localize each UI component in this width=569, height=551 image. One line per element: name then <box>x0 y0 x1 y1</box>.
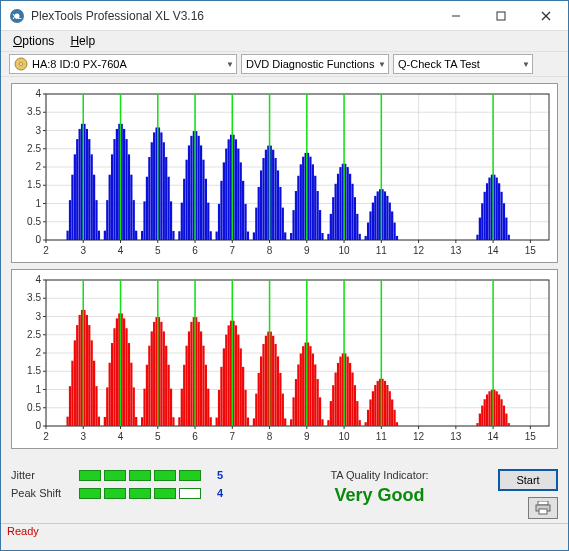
function-combo[interactable]: DVD Diagnostic Functions ▼ <box>241 54 389 74</box>
start-button[interactable]: Start <box>498 469 558 491</box>
svg-rect-364 <box>237 335 239 426</box>
svg-rect-416 <box>377 381 379 426</box>
svg-text:3.5: 3.5 <box>27 292 41 303</box>
svg-rect-159 <box>277 170 279 240</box>
svg-text:0.5: 0.5 <box>27 216 41 227</box>
svg-text:6: 6 <box>192 245 198 256</box>
meter-segment <box>104 488 126 499</box>
svg-rect-191 <box>365 236 367 240</box>
svg-rect-204 <box>396 236 398 240</box>
svg-rect-308 <box>88 325 90 426</box>
svg-rect-449 <box>538 501 548 505</box>
svg-rect-357 <box>220 367 222 426</box>
jitter-label: Jitter <box>11 469 69 481</box>
svg-rect-195 <box>374 196 376 240</box>
svg-rect-412 <box>367 410 369 426</box>
svg-rect-437 <box>505 414 507 426</box>
test-combo[interactable]: Q-Check TA Test ▼ <box>393 54 533 74</box>
svg-text:3: 3 <box>35 311 41 322</box>
svg-rect-180 <box>335 184 337 240</box>
svg-rect-151 <box>258 187 260 240</box>
svg-rect-326 <box>135 417 137 426</box>
svg-rect-168 <box>302 157 304 240</box>
svg-rect-108 <box>143 201 145 240</box>
svg-text:7: 7 <box>230 245 236 256</box>
svg-rect-139 <box>225 149 227 240</box>
svg-rect-130 <box>200 145 202 240</box>
svg-text:2: 2 <box>43 245 49 256</box>
menubar: Options Help <box>1 31 568 51</box>
chart-bottom: 00.511.522.533.5423456789101112131415 <box>11 269 558 449</box>
svg-rect-166 <box>297 176 299 240</box>
quality-label: TA Quality Indicator: <box>271 469 488 481</box>
svg-rect-119 <box>170 201 172 240</box>
svg-text:3: 3 <box>35 125 41 136</box>
svg-rect-176 <box>321 233 323 240</box>
svg-rect-172 <box>312 164 314 240</box>
svg-rect-157 <box>272 150 274 240</box>
svg-rect-177 <box>327 234 329 240</box>
app-icon: XL <box>9 8 25 24</box>
svg-rect-190 <box>359 234 361 240</box>
status-bar: Ready <box>1 523 568 541</box>
action-buttons: Start <box>498 469 558 519</box>
device-combo[interactable]: HA:8 ID:0 PX-760A ▼ <box>9 54 237 74</box>
svg-rect-331 <box>151 331 153 426</box>
menu-options[interactable]: Options <box>7 32 60 50</box>
svg-rect-382 <box>284 418 286 426</box>
svg-rect-424 <box>396 422 398 426</box>
device-combo-text: HA:8 ID:0 PX-760A <box>32 58 127 70</box>
svg-text:14: 14 <box>488 245 500 256</box>
chevron-down-icon: ▼ <box>522 60 530 69</box>
svg-rect-314 <box>106 387 108 426</box>
svg-rect-185 <box>347 167 349 240</box>
svg-rect-131 <box>202 160 204 240</box>
svg-rect-162 <box>284 232 286 240</box>
svg-text:3: 3 <box>80 245 86 256</box>
svg-rect-144 <box>237 149 239 240</box>
minimize-button[interactable] <box>433 1 478 30</box>
svg-rect-312 <box>98 417 100 426</box>
svg-rect-315 <box>109 363 111 426</box>
svg-rect-372 <box>260 356 262 426</box>
svg-rect-89 <box>91 154 93 240</box>
svg-rect-396 <box>321 419 323 426</box>
svg-text:9: 9 <box>304 245 310 256</box>
svg-rect-81 <box>71 175 73 240</box>
svg-rect-187 <box>351 184 353 240</box>
svg-text:4: 4 <box>118 245 124 256</box>
svg-rect-340 <box>172 417 174 426</box>
close-button[interactable] <box>523 1 568 30</box>
svg-rect-102 <box>125 139 127 240</box>
bottom-panel: Jitter 5 Peak Shift 4 TA Quality Indicat… <box>1 461 568 523</box>
svg-rect-125 <box>188 145 190 240</box>
maximize-button[interactable] <box>478 1 523 30</box>
svg-rect-395 <box>319 397 321 426</box>
print-button[interactable] <box>528 497 558 519</box>
svg-rect-218 <box>508 235 510 240</box>
svg-text:0: 0 <box>35 234 41 245</box>
svg-rect-80 <box>69 200 71 240</box>
svg-rect-377 <box>272 336 274 426</box>
svg-rect-175 <box>319 210 321 240</box>
svg-rect-423 <box>393 410 395 426</box>
svg-rect-363 <box>235 325 237 426</box>
menu-help[interactable]: Help <box>64 32 101 50</box>
svg-rect-120 <box>172 231 174 240</box>
svg-rect-383 <box>290 419 292 426</box>
svg-rect-304 <box>79 315 81 426</box>
svg-rect-182 <box>339 167 341 240</box>
svg-rect-409 <box>356 401 358 426</box>
svg-rect-359 <box>225 335 227 426</box>
svg-rect-402 <box>339 357 341 426</box>
svg-rect-336 <box>163 331 165 426</box>
svg-rect-134 <box>210 231 212 240</box>
svg-rect-392 <box>312 353 314 426</box>
svg-point-8 <box>20 63 23 66</box>
svg-rect-96 <box>111 154 113 240</box>
function-combo-text: DVD Diagnostic Functions <box>246 58 374 70</box>
svg-rect-414 <box>372 391 374 426</box>
svg-text:6: 6 <box>192 431 198 442</box>
svg-rect-94 <box>106 200 108 240</box>
svg-rect-436 <box>503 406 505 426</box>
